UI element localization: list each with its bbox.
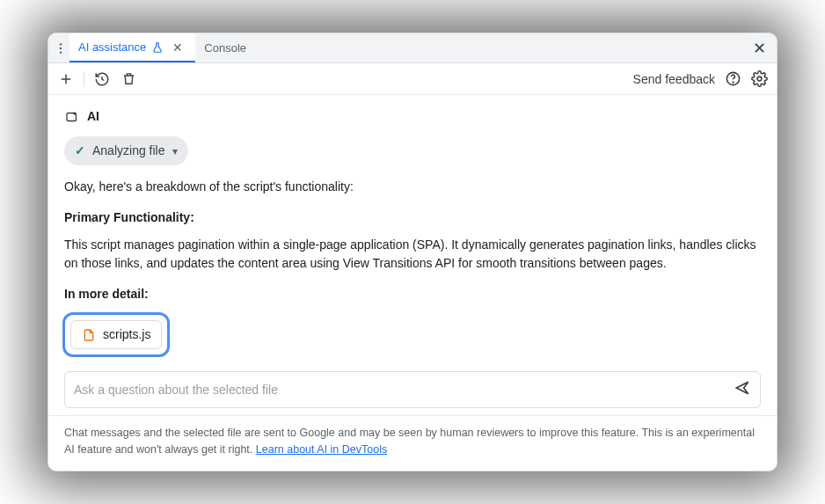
response-body1: This script manages pagination within a … [64,236,761,273]
tab-bar: AI assistance ✕ Console ✕ [48,33,777,63]
tab-ai-assistance[interactable]: AI assistance ✕ [69,33,195,62]
send-button[interactable] [734,379,751,400]
response-heading2: In more detail: [64,285,761,303]
new-chat-button[interactable] [57,70,75,88]
send-feedback-link[interactable]: Send feedback [633,72,715,86]
delete-button[interactable] [120,70,137,88]
history-button[interactable] [93,70,111,88]
chat-input[interactable] [74,383,734,397]
separator [84,71,84,87]
flask-icon [151,41,164,54]
svg-point-2 [60,51,62,53]
tab-label: AI assistance [78,40,146,54]
file-chip-highlight: scripts.js [62,312,170,357]
settings-button[interactable] [750,70,768,88]
sparkle-icon [64,109,80,125]
response-intro: Okay, here's a breakdown of the script's… [64,178,761,196]
tab-console[interactable]: Console [195,33,255,62]
chevron-down-icon: ▾ [172,143,178,159]
more-icon[interactable] [52,41,69,55]
file-icon [82,328,96,342]
svg-point-0 [60,43,62,45]
file-name: scripts.js [103,325,150,344]
svg-point-1 [60,47,62,49]
chat-input-row [64,371,761,408]
svg-point-5 [757,77,762,81]
help-button[interactable] [724,70,741,88]
svg-point-4 [733,82,734,83]
close-tab-icon[interactable]: ✕ [169,40,186,55]
learn-more-link[interactable]: Learn about AI in DevTools [256,443,387,456]
disclaimer-footer: Chat messages and the selected file are … [48,415,777,471]
disclaimer-text: Chat messages and the selected file are … [64,427,755,456]
check-icon: ✓ [75,142,85,160]
chip-label: Analyzing file [92,142,165,160]
chat-content: AI ✓ Analyzing file ▾ Okay, here's a bre… [48,95,777,371]
ai-title: AI [87,107,99,126]
response-heading1: Primary Functionality: [64,208,761,227]
devtools-panel: AI assistance ✕ Console ✕ Send feedback [47,33,778,471]
toolbar: Send feedback [48,63,777,95]
ai-heading: AI [64,107,761,126]
file-chip[interactable]: scripts.js [70,320,162,349]
close-panel-icon[interactable]: ✕ [746,39,773,58]
tab-label: Console [204,41,246,55]
status-chip[interactable]: ✓ Analyzing file ▾ [64,136,188,165]
